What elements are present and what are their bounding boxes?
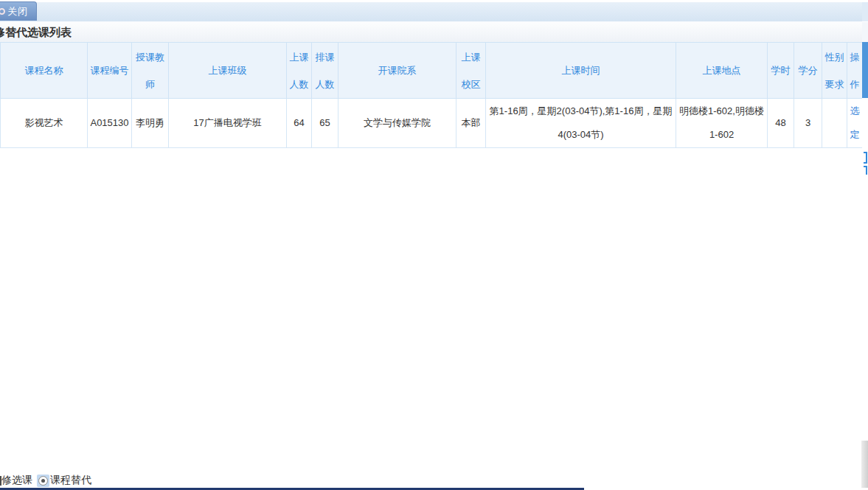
header-row: 课程名称 课程编号 授课教师 上课班级 上课人数 排课人数 开课院系 上课校区 … bbox=[1, 43, 863, 99]
col-header-class: 上课班级 bbox=[169, 43, 287, 99]
retake-option-label[interactable]: 修选课 bbox=[1, 474, 32, 487]
cell-class: 17广播电视学班 bbox=[169, 99, 287, 148]
table-row: 影视艺术 A015130 李明勇 17广播电视学班 64 65 文学与传媒学院 … bbox=[1, 99, 863, 148]
col-header-course-code: 课程编号 bbox=[88, 43, 132, 99]
title-bar: 修替代选课列表 bbox=[0, 22, 862, 43]
radio-outer-circle bbox=[38, 476, 48, 486]
col-header-campus: 上课校区 bbox=[456, 43, 486, 99]
cell-enrolled: 64 bbox=[287, 99, 312, 148]
cell-time: 第1-16周，星期2(03-04节),第1-16周，星期4(03-04节) bbox=[486, 99, 676, 148]
cell-location: 明德楼1-602,明德楼1-602 bbox=[676, 99, 768, 148]
col-header-capacity: 排课人数 bbox=[312, 43, 338, 99]
cell-course-code: A015130 bbox=[88, 99, 132, 148]
col-header-hours: 学时 bbox=[768, 43, 794, 99]
col-header-course-name: 课程名称 bbox=[1, 43, 88, 99]
table-header: 课程名称 课程编号 授课教师 上课班级 上课人数 排课人数 开课院系 上课校区 … bbox=[1, 43, 863, 99]
page-title: 修替代选课列表 bbox=[0, 26, 72, 40]
col-header-credits: 学分 bbox=[794, 43, 822, 99]
course-table: 课程名称 课程编号 授课教师 上课班级 上课人数 排课人数 开课院系 上课校区 … bbox=[0, 42, 863, 148]
col-header-action: 操作 bbox=[847, 43, 863, 99]
tab-bar: 关闭 bbox=[0, 0, 868, 22]
course-table-container: 课程名称 课程编号 授课教师 上课班级 上课人数 排课人数 开课院系 上课校区 … bbox=[0, 42, 862, 148]
radio-selected-dot bbox=[41, 479, 45, 483]
col-header-teacher: 授课教师 bbox=[132, 43, 169, 99]
cell-hours: 48 bbox=[768, 99, 794, 148]
course-substitute-radio[interactable] bbox=[37, 475, 49, 487]
col-header-department: 开课院系 bbox=[338, 43, 456, 99]
vertical-scrollbar-thumb[interactable] bbox=[862, 42, 868, 98]
close-circle-icon bbox=[0, 8, 5, 15]
substitute-option-label[interactable]: 课程替代 bbox=[50, 474, 91, 487]
close-tab-label: 关闭 bbox=[7, 5, 28, 18]
cell-campus: 本部 bbox=[456, 99, 486, 148]
col-header-time: 上课时间 bbox=[486, 43, 676, 99]
course-mode-options: 修选课 课程替代 bbox=[0, 472, 442, 489]
select-link[interactable]: 选定 bbox=[850, 105, 860, 140]
col-header-location: 上课地点 bbox=[676, 43, 768, 99]
cell-teacher: 李明勇 bbox=[132, 99, 169, 148]
cell-capacity: 65 bbox=[312, 99, 338, 148]
clipped-edge-glyph bbox=[864, 151, 868, 175]
close-tab[interactable]: 关闭 bbox=[0, 1, 37, 21]
scrollbar-track-bottom[interactable] bbox=[861, 441, 868, 488]
tab-bar-top-gap bbox=[0, 0, 868, 2]
right-edge-tabrow-bg bbox=[862, 2, 868, 21]
right-edge-strip bbox=[862, 0, 868, 490]
right-edge-titlebar-bg bbox=[862, 22, 868, 42]
cell-course-name: 影视艺术 bbox=[1, 99, 88, 148]
cell-gender-req bbox=[822, 99, 847, 148]
col-header-enrolled: 上课人数 bbox=[287, 43, 312, 99]
col-header-gender-req: 性别要求 bbox=[822, 43, 847, 99]
cell-credits: 3 bbox=[794, 99, 822, 148]
cell-action: 选定 bbox=[847, 99, 863, 148]
cell-department: 文学与传媒学院 bbox=[338, 99, 456, 148]
